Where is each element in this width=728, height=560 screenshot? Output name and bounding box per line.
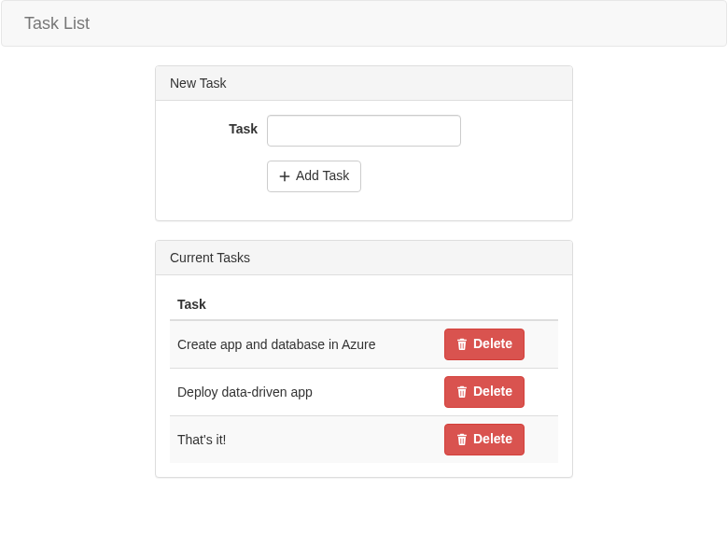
- delete-button-label: Delete: [473, 431, 512, 446]
- task-actions-cell: Delete: [437, 368, 558, 415]
- current-tasks-panel: Current Tasks Task Create app and databa…: [155, 240, 573, 478]
- task-name-cell: That's it!: [170, 415, 437, 462]
- task-label: Task: [170, 115, 267, 136]
- task-name-cell: Deploy data-driven app: [170, 368, 437, 415]
- task-name-input[interactable]: [267, 115, 461, 147]
- content-column: New Task Task Add: [155, 65, 573, 478]
- task-actions-cell: Delete: [437, 415, 558, 462]
- tasks-table: Task Create app and database in AzureDel…: [170, 289, 558, 463]
- delete-button-label: Delete: [473, 336, 512, 351]
- delete-task-button[interactable]: Delete: [444, 329, 525, 360]
- task-actions-cell: Delete: [437, 320, 558, 368]
- trash-icon: [456, 433, 468, 445]
- navbar: Task List: [1, 0, 727, 47]
- new-task-form: Task Add Task: [170, 115, 558, 192]
- task-name: Create app and database in Azure: [177, 337, 429, 352]
- new-task-panel-heading: New Task: [156, 66, 572, 101]
- table-row: Create app and database in AzureDelete: [170, 320, 558, 368]
- task-column-header: Task: [170, 289, 437, 320]
- current-tasks-panel-body: Task Create app and database in AzureDel…: [156, 275, 572, 477]
- delete-task-button[interactable]: Delete: [444, 376, 525, 408]
- new-task-panel-body: Task Add Task: [156, 101, 572, 220]
- task-name: Deploy data-driven app: [177, 385, 429, 399]
- new-task-panel: New Task Task Add: [155, 65, 573, 221]
- delete-task-button[interactable]: Delete: [444, 424, 525, 455]
- current-tasks-panel-heading: Current Tasks: [156, 241, 572, 275]
- delete-button-label: Delete: [473, 384, 512, 399]
- table-row: Deploy data-driven appDelete: [170, 368, 558, 415]
- add-task-button[interactable]: Add Task: [267, 161, 361, 192]
- task-name-cell: Create app and database in Azure: [170, 320, 437, 368]
- plus-icon: [279, 171, 290, 182]
- trash-icon: [456, 338, 468, 350]
- trash-icon: [456, 385, 468, 398]
- actions-column-header: [437, 289, 558, 320]
- add-task-button-label: Add Task: [296, 168, 349, 183]
- main-container: New Task Task Add: [0, 65, 728, 478]
- table-row: That's it!Delete: [170, 415, 558, 462]
- task-name: That's it!: [177, 432, 429, 447]
- navbar-brand: Task List: [2, 1, 104, 48]
